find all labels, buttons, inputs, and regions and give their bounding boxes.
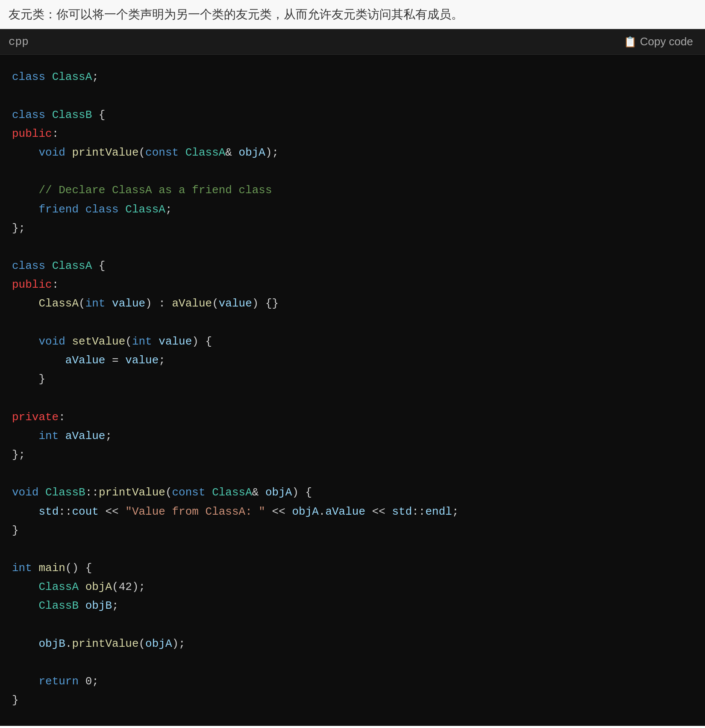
code-toolbar: cpp 📋 Copy code: [0, 29, 705, 55]
copy-icon: 📋: [624, 36, 637, 48]
header-text: 友元类：你可以将一个类声明为另一个类的友元类，从而允许友元类访问其私有成员。: [9, 8, 463, 21]
code-language: cpp: [9, 35, 29, 48]
code-container: cpp 📋 Copy code class ClassA; class Clas…: [0, 29, 705, 726]
page-header: 友元类：你可以将一个类声明为另一个类的友元类，从而允许友元类访问其私有成员。: [0, 0, 705, 29]
copy-code-button[interactable]: 📋 Copy code: [620, 33, 696, 50]
copy-label: Copy code: [640, 35, 693, 48]
code-block: class ClassA; class ClassB { public: voi…: [0, 55, 705, 722]
